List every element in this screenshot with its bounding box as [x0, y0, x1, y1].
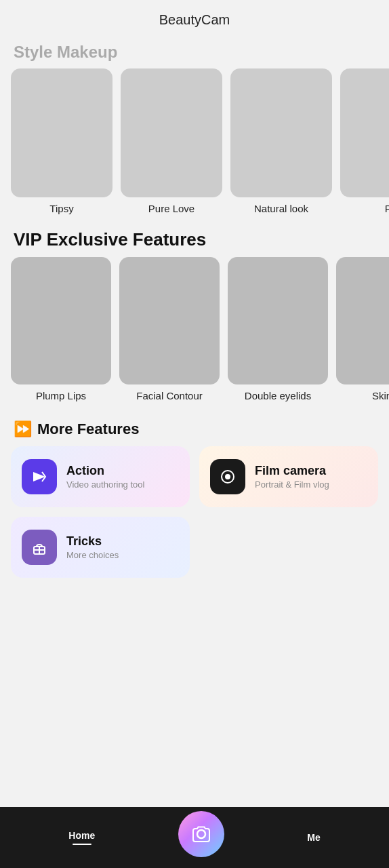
vip-scroll[interactable]: Plump Lips Facial Contour Double eyelids…	[0, 257, 389, 408]
feature-card-tricks[interactable]: Tricks More choices	[11, 517, 190, 578]
app-title: BeautyCam	[159, 12, 230, 27]
film-feature-desc: Portrait & Film vlog	[255, 479, 329, 490]
vip-thumb	[11, 257, 111, 384]
vip-section: VIP Exclusive Features Plump Lips Facial…	[0, 221, 389, 408]
nav-me[interactable]: Me	[307, 832, 320, 843]
makeup-thumb	[11, 68, 112, 197]
svg-point-1	[225, 474, 230, 479]
vip-card-skin-t[interactable]: Skin T	[336, 257, 389, 401]
vip-thumb	[336, 257, 389, 384]
makeup-card-tipsy[interactable]: Tipsy	[11, 68, 112, 214]
makeup-label: Pure Love	[148, 203, 194, 214]
nav-camera-button[interactable]	[178, 811, 224, 857]
film-feature-info: Film camera Portrait & Film vlog	[255, 464, 329, 490]
vip-card-plump-lips[interactable]: Plump Lips	[11, 257, 111, 401]
camera-icon	[190, 823, 212, 845]
tricks-feature-info: Tricks More choices	[66, 534, 119, 560]
vip-card-double-eyelids[interactable]: Double eyelids	[228, 257, 328, 401]
vip-label: Facial Contour	[136, 390, 203, 401]
action-feature-icon	[22, 459, 57, 494]
makeup-label: Natural look	[254, 203, 308, 214]
vip-card-facial-contour[interactable]: Facial Contour	[119, 257, 220, 401]
style-makeup-title: Style Makeup	[0, 35, 389, 68]
makeup-thumb	[340, 68, 389, 197]
more-features-section: ⏩ More Features Action Video authoring t…	[0, 408, 389, 578]
action-feature-desc: Video authoring tool	[66, 479, 144, 490]
app-header: BeautyCam	[0, 0, 389, 35]
action-feature-name: Action	[66, 464, 144, 478]
svg-point-5	[197, 830, 205, 838]
bottom-nav: Home Me	[0, 807, 389, 868]
style-makeup-scroll[interactable]: Tipsy Pure Love Natural look Pu	[0, 68, 389, 221]
makeup-thumb	[230, 68, 332, 197]
makeup-thumb	[121, 68, 222, 197]
tricks-feature-icon	[22, 530, 57, 565]
film-feature-name: Film camera	[255, 464, 329, 478]
feature-card-action[interactable]: Action Video authoring tool	[11, 446, 190, 507]
nav-me-label: Me	[307, 832, 320, 843]
film-feature-icon	[210, 459, 245, 494]
vip-thumb	[119, 257, 220, 384]
makeup-card-pure-love[interactable]: Pure Love	[121, 68, 222, 214]
makeup-label: Tipsy	[49, 203, 73, 214]
vip-label: Double eyelids	[245, 390, 311, 401]
more-features-title: ⏩ More Features	[0, 408, 389, 446]
nav-home-underline	[73, 844, 91, 846]
tricks-feature-name: Tricks	[66, 534, 119, 549]
more-features-emoji: ⏩	[14, 420, 32, 438]
nav-home[interactable]: Home	[68, 830, 95, 846]
feature-card-film[interactable]: Film camera Portrait & Film vlog	[199, 446, 378, 507]
tricks-feature-desc: More choices	[66, 550, 119, 560]
makeup-card-natural-look[interactable]: Natural look	[230, 68, 332, 214]
more-features-label: More Features	[37, 420, 139, 438]
makeup-label: Pu	[385, 203, 389, 214]
vip-label: Skin T	[372, 390, 389, 401]
vip-title: VIP Exclusive Features	[0, 221, 389, 257]
vip-label: Plump Lips	[36, 390, 86, 401]
nav-home-label: Home	[68, 830, 95, 841]
vip-thumb	[228, 257, 328, 384]
style-makeup-section: Style Makeup Tipsy Pure Love Natural loo…	[0, 35, 389, 221]
feature-grid: Action Video authoring tool Film camera …	[0, 446, 389, 578]
action-feature-info: Action Video authoring tool	[66, 464, 144, 490]
makeup-card-pu[interactable]: Pu	[340, 68, 389, 214]
